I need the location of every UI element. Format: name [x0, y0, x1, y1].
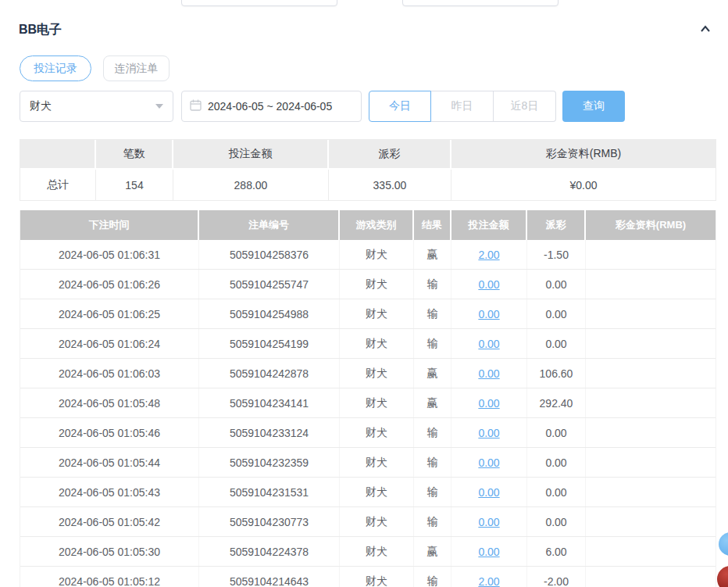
order-no-cell: 5059104232359: [199, 448, 340, 477]
bet-amount-cell: 0.00: [451, 507, 527, 536]
table-row: 2024-06-05 01:05:42 5059104230773 财犬 输 0…: [20, 507, 716, 537]
bet-amount-link[interactable]: 2.00: [478, 575, 499, 587]
result-cell: 输: [414, 448, 451, 477]
order-no-cell: 5059104231531: [199, 478, 340, 506]
floating-promo-button[interactable]: [717, 566, 728, 587]
payout-cell: -1.50: [527, 240, 586, 269]
summary-header-bet-amount: 投注金额: [173, 140, 329, 170]
summary-header-payout: 派彩: [329, 140, 451, 170]
query-button[interactable]: 查询: [562, 91, 625, 122]
records-table: 下注时间 注单编号 游戏类别 结果 投注金额 派彩 彩金资料(RMB) 2024…: [20, 210, 716, 587]
bet-amount-link[interactable]: 0.00: [478, 427, 499, 439]
bonus-cell: [586, 537, 716, 566]
table-row: 2024-06-05 01:05:12 5059104214643 财犬 输 2…: [20, 567, 716, 587]
bet-amount-cell: 0.00: [451, 537, 527, 566]
bonus-cell: [586, 448, 716, 477]
result-cell: 输: [414, 329, 451, 358]
game-select-value: 财犬: [30, 99, 52, 113]
summary-total-bonus: ¥0.00: [451, 170, 716, 200]
payout-cell: 0.00: [527, 448, 586, 477]
bonus-cell: [586, 240, 716, 269]
bet-time-cell: 2024-06-05 01:05:44: [20, 448, 199, 477]
table-row: 2024-06-05 01:05:46 5059104233124 财犬 输 0…: [20, 418, 716, 448]
range-today-button[interactable]: 今日: [369, 91, 431, 122]
order-no-cell: 5059104254988: [199, 299, 340, 328]
bet-amount-cell: 0.00: [451, 388, 527, 417]
bonus-cell: [586, 388, 716, 417]
payout-cell: 292.40: [527, 388, 586, 417]
bet-amount-cell: 0.00: [451, 359, 527, 388]
records-header-row: 下注时间 注单编号 游戏类别 结果 投注金额 派彩 彩金资料(RMB): [20, 210, 716, 240]
floating-service-button[interactable]: [719, 532, 728, 556]
game-type-cell: 财犬: [340, 388, 414, 417]
bet-amount-cell: 0.00: [451, 418, 527, 447]
clipped-input-left[interactable]: [181, 0, 337, 6]
bet-time-cell: 2024-06-05 01:06:26: [20, 270, 199, 299]
game-type-cell: 财犬: [340, 448, 414, 477]
bet-amount-link[interactable]: 0.00: [478, 546, 499, 558]
table-row: 2024-06-05 01:05:30 5059104224378 财犬 赢 0…: [20, 537, 716, 567]
bet-amount-link[interactable]: 0.00: [478, 367, 499, 380]
bet-time-cell: 2024-06-05 01:06:03: [20, 359, 199, 388]
payout-cell: 0.00: [527, 507, 586, 536]
chevron-up-icon: [698, 22, 712, 39]
summary-header-row: 笔数 投注金额 派彩 彩金资料(RMB): [20, 140, 716, 170]
range-last8days-button[interactable]: 近8日: [494, 91, 556, 122]
col-header-bet-time: 下注时间: [20, 210, 199, 240]
result-cell: 输: [414, 418, 451, 447]
summary-header-count: 笔数: [96, 140, 173, 170]
game-type-cell: 财犬: [340, 299, 414, 328]
bet-amount-link[interactable]: 2.00: [478, 249, 499, 261]
summary-table: 笔数 投注金额 派彩 彩金资料(RMB) 总计 154 288.00 335.0…: [20, 139, 716, 201]
bet-time-cell: 2024-06-05 01:05:30: [20, 537, 199, 566]
col-header-result: 结果: [414, 210, 451, 240]
result-cell: 输: [414, 270, 451, 299]
bet-amount-cell: 2.00: [451, 567, 527, 587]
table-row: 2024-06-05 01:05:48 5059104234141 财犬 赢 0…: [20, 388, 716, 418]
payout-cell: 0.00: [527, 478, 586, 506]
bet-amount-link[interactable]: 0.00: [478, 397, 499, 410]
summary-header-blank: [20, 140, 96, 170]
bet-amount-link[interactable]: 0.00: [478, 516, 499, 528]
order-no-cell: 5059104242878: [199, 359, 340, 388]
bonus-cell: [586, 270, 716, 299]
summary-total-bet-amount: 288.00: [173, 170, 329, 200]
summary-header-bonus: 彩金资料(RMB): [451, 140, 716, 170]
game-type-cell: 财犬: [340, 329, 414, 358]
table-row: 2024-06-05 01:06:25 5059104254988 财犬 输 0…: [20, 299, 716, 329]
clipped-input-right[interactable]: [402, 0, 558, 6]
bet-amount-cell: 2.00: [451, 240, 527, 269]
range-yesterday-button[interactable]: 昨日: [431, 91, 494, 122]
summary-total-payout: 335.00: [329, 170, 451, 200]
collapse-section-button[interactable]: [696, 21, 715, 40]
bet-amount-link[interactable]: 0.00: [478, 308, 499, 320]
table-row: 2024-06-05 01:06:26 5059104255747 财犬 输 0…: [20, 270, 716, 299]
game-type-cell: 财犬: [340, 418, 414, 447]
order-no-cell: 5059104258376: [199, 240, 340, 269]
game-select[interactable]: 财犬: [20, 91, 173, 122]
summary-total-count: 154: [96, 170, 173, 200]
bet-amount-link[interactable]: 0.00: [478, 338, 499, 350]
tab-cancelled-orders[interactable]: 连消注单: [103, 55, 170, 81]
betting-records-panel: BB电子 投注记录 连消注单 财犬 2024-06-05 ~ 2024-06-0…: [0, 0, 728, 587]
bet-amount-link[interactable]: 0.00: [478, 456, 499, 469]
bet-amount-link[interactable]: 0.00: [478, 486, 499, 499]
payout-cell: 0.00: [527, 270, 586, 299]
records-body: 2024-06-05 01:06:31 5059104258376 财犬 赢 2…: [20, 240, 716, 587]
bet-amount-cell: 0.00: [451, 299, 527, 328]
game-type-cell: 财犬: [340, 270, 414, 299]
payout-cell: 0.00: [527, 299, 586, 328]
bet-time-cell: 2024-06-05 01:05:12: [20, 567, 199, 587]
bet-time-cell: 2024-06-05 01:06:31: [20, 240, 199, 269]
bet-amount-link[interactable]: 0.00: [478, 278, 499, 291]
summary-total-row: 总计 154 288.00 335.00 ¥0.00: [20, 170, 716, 200]
bonus-cell: [586, 359, 716, 388]
tab-betting-records[interactable]: 投注记录: [20, 55, 91, 81]
bet-amount-cell: 0.00: [451, 270, 527, 299]
col-header-bet-amount: 投注金额: [451, 210, 527, 240]
result-cell: 赢: [414, 388, 451, 417]
col-header-bonus: 彩金资料(RMB): [586, 210, 716, 240]
date-range-input[interactable]: 2024-06-05 ~ 2024-06-05: [181, 91, 362, 122]
table-row: 2024-06-05 01:06:24 5059104254199 财犬 输 0…: [20, 329, 716, 359]
bonus-cell: [586, 418, 716, 447]
